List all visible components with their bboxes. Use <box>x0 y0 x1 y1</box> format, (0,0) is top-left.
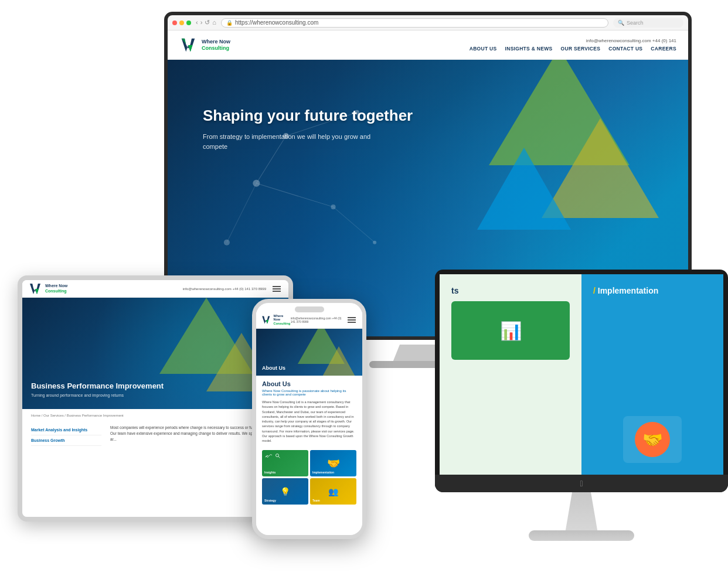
nav-about[interactable]: ABOUT US <box>470 46 497 52</box>
phone-hero-title: About Us <box>262 365 285 371</box>
phone-logo-text: Where Now Consulting <box>274 314 291 326</box>
phone-hero: About Us <box>256 329 362 376</box>
phone-hamburger-menu[interactable] <box>346 315 358 325</box>
site-logo: Where Now Consulting <box>179 36 230 54</box>
phone-services-grid: Insights 🤝 Implementation 💡 Strategy <box>256 450 362 505</box>
hero-subtitle: From strategy to implementation we will … <box>203 132 379 151</box>
phone-nav: Where Now Consulting info@wherenowconsul… <box>256 311 362 329</box>
svg-point-20 <box>276 454 279 457</box>
team-label: Team <box>312 499 320 502</box>
nav-right: info@wherenowconsulting.com +44 (0) 141 … <box>470 38 676 52</box>
strategy-label: Strategy <box>264 499 276 502</box>
implementation-label: Implementation <box>312 471 334 474</box>
imac-stand <box>558 492 605 533</box>
browser-traffic-lights <box>172 21 191 25</box>
tablet-logo-icon <box>28 282 42 296</box>
magnify-icon <box>275 453 281 459</box>
close-button[interactable] <box>172 21 177 25</box>
nav-careers[interactable]: CAREERS <box>651 46 676 52</box>
url-text: https://wherenowconsulting.com <box>235 19 318 26</box>
reload-button[interactable]: ↺ <box>205 19 210 26</box>
phone-hamburger-2 <box>348 319 356 321</box>
maximize-button[interactable] <box>186 21 191 25</box>
browser-chrome: ‹ › ↺ ⌂ 🔒 https://wherenowconsulting.com… <box>168 15 688 30</box>
network-decoration <box>168 60 688 336</box>
phone-logo-icon <box>261 315 271 325</box>
browser-navigation: ‹ › ↺ ⌂ <box>196 19 216 26</box>
logo-where: Where Now <box>202 39 230 45</box>
phone-about-section: About Us Where Now Consulting is passion… <box>256 376 362 450</box>
address-bar[interactable]: 🔒 https://wherenowconsulting.com <box>221 18 608 28</box>
insights-chart-icon <box>265 453 273 459</box>
handshake-emoji: 🤝 <box>642 430 663 449</box>
phone-service-strategy[interactable]: 💡 Strategy <box>262 478 308 505</box>
team-icon: 👥 <box>328 487 338 496</box>
tablet-sidebar: Market Analysis and Insights Business Gr… <box>31 425 101 446</box>
svg-point-19 <box>267 456 268 458</box>
phone-hamburger-3 <box>348 322 356 323</box>
hero-text: Shaping your future together From strate… <box>203 107 413 151</box>
nav-contact-info: info@wherenowconsulting.com +44 (0) 141 <box>586 38 676 43</box>
search-placeholder: Search <box>627 20 644 26</box>
handshake-icon: 🤝 <box>327 457 340 470</box>
forward-button[interactable]: › <box>200 19 203 26</box>
phone-device: Where Now Consulting info@wherenowconsul… <box>252 299 366 539</box>
svg-line-12 <box>227 183 256 243</box>
tablet-logo-text: Where Now Consulting <box>45 284 67 294</box>
nav-contact[interactable]: CONTACT US <box>608 46 642 52</box>
phone-screen: Where Now Consulting info@wherenowconsul… <box>256 303 362 535</box>
back-button[interactable]: ‹ <box>196 19 198 26</box>
imac-base <box>529 530 634 541</box>
minimize-button[interactable] <box>179 21 184 25</box>
svg-marker-1 <box>188 45 193 52</box>
tablet-breadcrumb: Home / Our Services / Business Performan… <box>22 409 288 422</box>
imac-handshake-placeholder: 🤝 <box>623 416 682 463</box>
tablet-content: Market Analysis and Insights Business Gr… <box>22 422 288 449</box>
logo-icon <box>179 36 197 54</box>
phone-body: Where Now Consulting info@wherenowconsul… <box>252 299 366 539</box>
nav-insights[interactable]: INSIGHTS & NEWS <box>505 46 553 52</box>
phone-about-body: Where Now Consulting Ltd is a management… <box>262 400 356 443</box>
apple-icon:  <box>580 479 583 488</box>
phone-service-team[interactable]: 👥 Team <box>310 478 356 505</box>
nav-links: ABOUT US INSIGHTS & NEWS OUR SERVICES CO… <box>470 46 676 52</box>
phone-about-title: About Us <box>262 380 356 387</box>
phone-service-insights[interactable]: Insights <box>262 450 308 476</box>
nav-services[interactable]: OUR SERVICES <box>561 46 601 52</box>
logo-text: Where Now Consulting <box>202 39 230 52</box>
browser-search[interactable]: 🔍 Search <box>613 18 683 28</box>
imac-bottom-bar:  <box>435 475 728 492</box>
tablet-hero-text: Business Performance Improvement Turning… <box>31 381 164 397</box>
site-navigation: Where Now Consulting info@wherenowconsul… <box>168 30 688 60</box>
svg-line-13 <box>334 207 375 243</box>
hero-title: Shaping your future together <box>203 107 413 125</box>
monitor-body: ‹ › ↺ ⌂ 🔒 https://wherenowconsulting.com… <box>164 12 692 340</box>
phone-notch <box>295 306 324 312</box>
phone-hero-text: About Us <box>262 365 285 371</box>
tablet-logo: Where Now Consulting <box>28 282 67 296</box>
phone-logo: Where Now Consulting <box>261 314 291 326</box>
svg-line-11 <box>256 183 333 207</box>
svg-marker-17 <box>266 320 268 324</box>
phone-about-subtitle: Where Now Consulting is passionate about… <box>262 389 356 396</box>
phone-service-implementation[interactable]: 🤝 Implementation <box>310 450 356 476</box>
tablet-hero-sub: Turning around performance and improving… <box>31 393 164 397</box>
logo-consulting: Consulting <box>202 45 230 52</box>
svg-marker-15 <box>35 289 39 294</box>
sidebar-business-growth[interactable]: Business Growth <box>31 435 101 446</box>
phone-nav-right: info@wherenowconsulting.com +44 (0) 141 … <box>291 315 358 325</box>
strategy-icon: 💡 <box>280 487 290 496</box>
svg-point-18 <box>266 456 267 457</box>
tablet-hero-title: Business Performance Improvement <box>31 381 164 391</box>
desktop-monitor: ‹ › ↺ ⌂ 🔒 https://wherenowconsulting.com… <box>164 12 692 340</box>
phone-hamburger-1 <box>348 317 356 318</box>
phone-triangle-yellow <box>321 346 356 376</box>
website-content: Where Now Consulting info@wherenowconsul… <box>168 30 688 336</box>
hero-section: Shaping your future together From strate… <box>168 60 688 336</box>
handshake-icon: 🤝 <box>635 422 670 457</box>
home-button[interactable]: ⌂ <box>212 19 216 26</box>
sidebar-market-analysis[interactable]: Market Analysis and Insights <box>31 425 101 435</box>
phone-contact-info: info@wherenowconsulting.com +44 (0) 141 … <box>291 316 342 323</box>
svg-line-21 <box>278 456 280 458</box>
insights-label: Insights <box>264 471 275 474</box>
